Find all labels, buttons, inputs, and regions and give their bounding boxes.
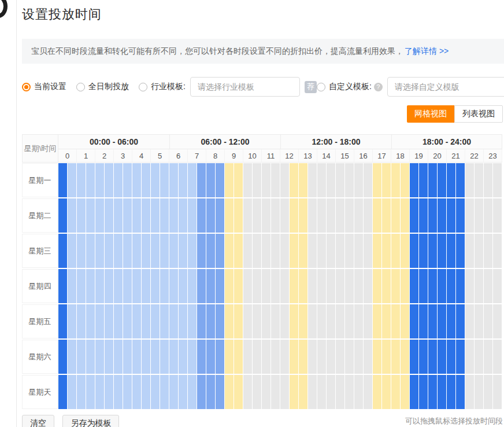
time-cell[interactable] [253,340,261,374]
time-cell[interactable] [428,375,437,409]
time-cell[interactable] [465,304,474,338]
time-cell[interactable] [456,234,465,268]
time-cell[interactable] [419,234,428,268]
time-cell[interactable] [271,304,280,338]
help-icon[interactable]: ? [374,83,383,91]
time-cell[interactable] [216,304,224,338]
time-cell[interactable] [262,198,270,233]
time-cell[interactable] [447,198,455,233]
time-cell[interactable] [58,198,67,233]
time-cell[interactable] [77,340,86,374]
time-cell[interactable] [401,198,409,233]
time-cell[interactable] [410,375,418,409]
time-cell[interactable] [234,163,243,197]
time-cell[interactable] [438,198,446,233]
time-cell[interactable] [447,340,455,374]
time-cell[interactable] [179,163,187,197]
time-cell[interactable] [456,304,465,338]
time-cell[interactable] [262,234,270,268]
time-cell[interactable] [308,269,317,303]
learn-more-link[interactable]: 了解详情 >> [405,46,449,57]
time-cell[interactable] [299,304,307,338]
time-cell[interactable] [105,163,113,197]
time-cell[interactable] [391,375,400,409]
time-cell[interactable] [86,198,95,233]
time-cell[interactable] [234,269,243,303]
time-cell[interactable] [401,269,409,303]
time-cell[interactable] [169,269,178,303]
time-cell[interactable] [243,198,252,233]
time-cell[interactable] [317,304,326,338]
time-cell[interactable] [114,304,123,338]
time-cell[interactable] [86,234,95,268]
time-cell[interactable] [216,198,224,233]
time-cell[interactable] [419,375,428,409]
time-cell[interactable] [197,340,206,374]
time-cell[interactable] [77,163,86,197]
time-cell[interactable] [290,304,298,338]
time-cell[interactable] [336,198,344,233]
time-cell[interactable] [243,304,252,338]
time-cell[interactable] [391,163,400,197]
time-cell[interactable] [317,163,326,197]
time-cell[interactable] [475,269,483,303]
option-industry-template[interactable]: 行业模板: [139,82,186,92]
option-all-day[interactable]: 全日制投放 [76,82,129,92]
time-cell[interactable] [225,304,234,338]
time-cell[interactable] [327,198,335,233]
time-cell[interactable] [336,269,344,303]
time-cell[interactable] [280,163,289,197]
time-cell[interactable] [438,163,446,197]
time-cell[interactable] [410,234,418,268]
time-cell[interactable] [493,269,502,303]
time-cell[interactable] [114,198,123,233]
time-cell[interactable] [465,163,474,197]
time-cell[interactable] [308,375,317,409]
time-cell[interactable] [364,340,372,374]
time-cell[interactable] [475,375,483,409]
radio-unchecked-icon[interactable] [317,83,325,91]
time-cell[interactable] [95,269,104,303]
time-cell[interactable] [447,269,455,303]
time-cell[interactable] [86,340,95,374]
time-cell[interactable] [132,269,141,303]
time-cell[interactable] [160,340,169,374]
time-cell[interactable] [493,340,502,374]
time-cell[interactable] [179,198,187,233]
time-cell[interactable] [280,234,289,268]
time-cell[interactable] [95,198,104,233]
time-cell[interactable] [308,340,317,374]
time-cell[interactable] [160,163,169,197]
time-cell[interactable] [484,198,492,233]
time-cell[interactable] [271,340,280,374]
time-cell[interactable] [234,304,243,338]
time-cell[interactable] [391,234,400,268]
time-cell[interactable] [188,304,197,338]
time-cell[interactable] [447,234,455,268]
time-cell[interactable] [58,304,67,338]
time-cell[interactable] [290,375,298,409]
time-cell[interactable] [253,375,261,409]
time-cell[interactable] [179,304,187,338]
time-cell[interactable] [308,198,317,233]
time-cell[interactable] [188,340,197,374]
time-cell[interactable] [484,304,492,338]
time-cell[interactable] [438,234,446,268]
time-cell[interactable] [77,234,86,268]
time-cell[interactable] [410,163,418,197]
time-cell[interactable] [114,163,123,197]
time-cell[interactable] [447,375,455,409]
time-cell[interactable] [253,198,261,233]
time-cell[interactable] [179,269,187,303]
time-cell[interactable] [345,375,354,409]
time-cell[interactable] [410,269,418,303]
time-cell[interactable] [132,375,141,409]
time-cell[interactable] [484,375,492,409]
time-cell[interactable] [77,269,86,303]
time-cell[interactable] [262,304,270,338]
time-cell[interactable] [475,234,483,268]
time-cell[interactable] [428,340,437,374]
time-cell[interactable] [364,269,372,303]
time-cell[interactable] [419,163,428,197]
time-cell[interactable] [373,234,381,268]
